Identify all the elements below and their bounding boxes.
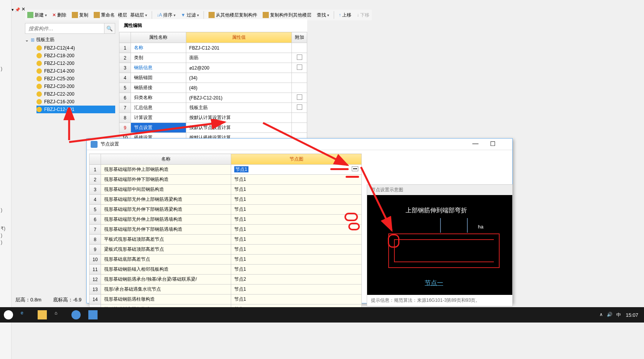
sort-button[interactable]: ↓A排序▾	[154, 11, 178, 19]
gear-icon	[36, 99, 42, 104]
gear-icon	[36, 68, 42, 74]
dialog-title: 节点设置	[101, 141, 119, 147]
delete-button[interactable]: ✕删除	[50, 11, 69, 19]
copy-to-button[interactable]: 复制构件到其他楼层	[260, 11, 314, 19]
filter-button[interactable]: ▼过滤▾	[179, 11, 201, 19]
tree-item[interactable]: FBZJ-C14-200	[36, 67, 115, 75]
node-row[interactable]: 1筏形基础端部外伸上部钢筋构造节点1•••	[89, 165, 362, 175]
move-down-button[interactable]: ↓下移	[354, 11, 372, 19]
property-row[interactable]: 7汇总信息筏板主筋	[119, 103, 307, 113]
floor-label: 楼层	[118, 12, 127, 18]
property-row[interactable]: 2类别面筋	[119, 53, 307, 63]
floor-height: 层高：0.8m	[15, 296, 41, 303]
node-row[interactable]: 2筏形基础端部外伸下部钢筋构造节点1	[89, 175, 362, 185]
preview-node-label[interactable]: 节点一	[425, 279, 443, 287]
left-marker: )	[0, 65, 11, 72]
tree-item[interactable]: FBZJ-C12(4-4)	[36, 44, 115, 52]
property-row[interactable]: 8计算设置按默认计算设置计算	[119, 113, 307, 123]
search-bar: 🔍	[25, 23, 115, 34]
preview-info: 提示信息：规范算法：来源16G101-3第89页和93页。	[367, 295, 512, 306]
copy-from-button[interactable]: 从其他楼层复制构件	[206, 11, 260, 19]
property-row[interactable]: 4钢筋锚固(34)	[119, 73, 307, 83]
search-button[interactable]: 🔍	[104, 23, 115, 33]
node-row[interactable]: 8平板式筏形基础顶部高差节点节点1	[89, 235, 362, 245]
tree-root[interactable]: ⌄ ⊞ 筏板主筋	[25, 35, 115, 44]
pin-icon[interactable]: ▾ 📌	[12, 7, 20, 12]
property-table: 属性名称 属性值 附加 1名称FBZJ-C12-2012类别面筋3钢筋信息⌀12…	[119, 32, 307, 143]
property-row[interactable]: 1名称FBZJ-C12-201	[119, 43, 307, 53]
store-icon[interactable]: ⌂	[55, 310, 64, 319]
left-marker: )	[0, 207, 11, 213]
tree-item[interactable]: FBZJ-C25-200	[36, 75, 115, 83]
gear-icon	[36, 76, 42, 81]
systray[interactable]: ∧🔊中	[599, 312, 621, 318]
node-row[interactable]: 7筏形基础端部无外伸下部钢筋遇墙构造节点1	[89, 225, 362, 235]
left-marker: )	[0, 239, 11, 246]
status-bar: 层高：0.8m 底标高：-6.9	[15, 296, 81, 303]
property-row[interactable]: 3钢筋信息⌀12@200	[119, 63, 307, 73]
tree-root-icon: ⊞	[31, 37, 35, 43]
tree-item[interactable]: FBZJ-C18-200	[36, 52, 115, 60]
node-row[interactable]: 6筏形基础端部无外伸上部钢筋遇墙构造节点1	[89, 215, 362, 225]
property-panel: 属性编辑 属性名称 属性值 附加 1名称FBZJ-C12-2012类别面筋3钢筋…	[119, 19, 307, 143]
new-button[interactable]: 新建▾	[25, 11, 49, 19]
maximize-button[interactable]: ☐	[490, 140, 495, 147]
checkbox[interactable]	[297, 104, 302, 110]
explorer-icon[interactable]	[38, 310, 47, 319]
bottom-elevation: 底标高：-6.9	[53, 296, 81, 303]
tree-item[interactable]: FBZJ-C16-200	[36, 98, 115, 106]
tree-item[interactable]: FBZJ-C12-200	[36, 60, 115, 67]
checkbox[interactable]	[297, 55, 302, 60]
app2-icon[interactable]	[88, 310, 98, 319]
tree-item[interactable]: FBZJ-C20-200	[36, 83, 115, 90]
node-row[interactable]: 11筏形基础钢筋锚入相邻筏板构造节点1	[89, 265, 362, 275]
col-name: 属性名称	[131, 32, 186, 43]
gear-icon	[36, 61, 42, 66]
col-extra: 附加	[292, 32, 307, 43]
preview-ha-label: ha	[478, 224, 483, 230]
minimize-button[interactable]: —	[472, 140, 478, 147]
node-row[interactable]: 10筏形基础底部高差节点节点1	[89, 255, 362, 265]
col-node-diagram: 节点图	[231, 154, 362, 165]
preview-text: 上部钢筋伸到端部弯折	[406, 207, 467, 215]
node-row[interactable]: 4筏形基础端部无外伸上部钢筋遇梁构造节点1	[89, 195, 362, 205]
gear-icon	[36, 91, 42, 97]
property-row[interactable]: 6归类名称(FBZJ-C12-201)	[119, 93, 307, 103]
property-row[interactable]: 9节点设置按默认节点设置计算	[119, 123, 307, 133]
node-row[interactable]: 13筏形/承台基础遇集水坑节点节点1	[89, 285, 362, 294]
gear-icon	[36, 53, 42, 58]
dialog-titlebar[interactable]: 节点设置	[87, 139, 512, 150]
left-marker: )	[0, 232, 11, 239]
col-value: 属性值	[186, 32, 291, 43]
property-title: 属性编辑	[119, 19, 307, 32]
clock[interactable]: 15:07	[626, 312, 638, 318]
taskbar: e ⌂ ∧🔊中 15:07	[0, 307, 644, 323]
checkbox[interactable]	[297, 65, 302, 70]
start-icon[interactable]	[4, 310, 13, 319]
edge-icon[interactable]: e	[21, 310, 30, 319]
property-row[interactable]: 5钢筋搭接(48)	[119, 83, 307, 93]
app1-icon[interactable]	[71, 310, 81, 319]
node-row[interactable]: 3筏形基础端部中间层钢筋构造节点1	[89, 185, 362, 195]
search-input[interactable]	[25, 23, 104, 33]
tree-item[interactable]: FBZJ-C12-201	[36, 106, 115, 113]
tree-item[interactable]: FBZJ-C22-200	[36, 90, 115, 98]
left-marker: ₹)	[0, 225, 11, 232]
checkbox[interactable]	[297, 94, 302, 100]
node-table: 名称 节点图 1筏形基础端部外伸上部钢筋构造节点1•••2筏形基础端部外伸下部钢…	[89, 154, 362, 314]
copy-button[interactable]: 复制	[70, 11, 91, 19]
preview-title: 节点设置示意图	[367, 185, 512, 195]
component-tree: ⌄ ⊞ 筏板主筋 FBZJ-C12(4-4)FBZJ-C18-200FBZJ-C…	[25, 35, 115, 113]
node-row[interactable]: 9梁板式筏形基础顶部高差节点节点1	[89, 245, 362, 255]
move-up-button[interactable]: ↑上移	[336, 11, 354, 19]
more-button[interactable]: •••	[352, 166, 358, 171]
node-row[interactable]: 14筏形基础钢筋遇柱墩构造节点1	[89, 294, 362, 304]
node-row[interactable]: 5筏形基础端部无外伸下部钢筋遇梁构造节点1	[89, 205, 362, 215]
floor-select[interactable]: 基础层▾	[128, 11, 149, 19]
gear-icon	[36, 107, 42, 112]
node-row[interactable]: 12筏形基础钢筋遇承台/独基/承台梁/基础联系梁/节点2	[89, 275, 362, 285]
find-button[interactable]: 查找▾	[315, 11, 331, 19]
gear-icon	[36, 45, 42, 51]
rename-button[interactable]: 重命名	[91, 11, 117, 19]
dialog-icon	[91, 141, 98, 148]
